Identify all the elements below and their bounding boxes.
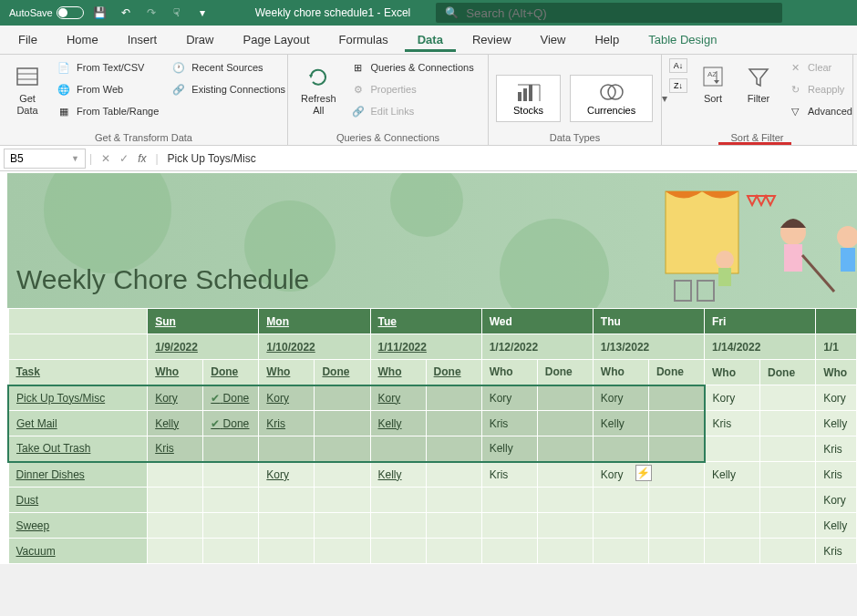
- who-cell[interactable]: [593, 539, 648, 564]
- done-cell[interactable]: [203, 513, 259, 539]
- who-cell[interactable]: Kory: [148, 385, 203, 411]
- done-cell[interactable]: [648, 513, 704, 539]
- day-mon[interactable]: Mon: [259, 309, 370, 334]
- done-header[interactable]: Done: [426, 360, 481, 385]
- fx-icon[interactable]: fx: [138, 152, 146, 165]
- done-cell[interactable]: [315, 462, 370, 488]
- who-cell[interactable]: Kory: [593, 385, 648, 411]
- recent-sources-button[interactable]: 🕐Recent Sources: [168, 58, 289, 77]
- done-cell[interactable]: [315, 488, 370, 513]
- done-cell[interactable]: [426, 411, 481, 436]
- who-cell[interactable]: [370, 436, 426, 462]
- existing-connections-button[interactable]: 🔗Existing Connections: [168, 80, 289, 98]
- search-input[interactable]: [466, 6, 773, 20]
- done-cell[interactable]: [648, 385, 704, 411]
- who-cell[interactable]: Kory: [370, 385, 426, 411]
- who-cell[interactable]: Kris: [816, 436, 857, 462]
- done-cell[interactable]: [203, 436, 259, 462]
- who-cell[interactable]: [593, 436, 648, 462]
- stocks-button[interactable]: Stocks: [496, 75, 561, 122]
- menu-review[interactable]: Review: [459, 27, 524, 52]
- done-cell[interactable]: [315, 411, 370, 436]
- done-cell[interactable]: [537, 462, 593, 488]
- touch-mode-icon[interactable]: ☟: [168, 4, 186, 22]
- who-header[interactable]: Who: [705, 360, 760, 385]
- sort-button[interactable]: AZ Sort: [693, 58, 733, 108]
- who-cell[interactable]: Kelly: [705, 462, 760, 488]
- date-cell[interactable]: 1/14/2022: [705, 334, 816, 360]
- day-sun[interactable]: Sun: [148, 309, 259, 334]
- done-header[interactable]: Done: [760, 360, 816, 385]
- menu-table-design[interactable]: Table Design: [635, 27, 729, 52]
- menu-file[interactable]: File: [5, 27, 50, 52]
- who-cell[interactable]: Kris: [816, 539, 857, 564]
- done-cell[interactable]: [760, 462, 816, 488]
- done-cell[interactable]: [203, 539, 259, 564]
- sort-az-button[interactable]: A↓: [669, 58, 687, 73]
- done-cell[interactable]: [760, 436, 816, 462]
- done-cell[interactable]: [648, 462, 704, 488]
- who-cell[interactable]: [259, 539, 315, 564]
- who-cell[interactable]: Kris: [481, 411, 537, 436]
- day-sat[interactable]: [816, 309, 857, 334]
- task-cell[interactable]: Vacuum: [8, 539, 148, 564]
- filter-button[interactable]: Filter: [738, 58, 779, 108]
- task-cell[interactable]: Take Out Trash: [8, 436, 148, 462]
- who-cell[interactable]: Kris: [816, 462, 857, 488]
- who-cell[interactable]: Kory: [816, 488, 857, 513]
- from-text-csv-button[interactable]: 📄From Text/CSV: [53, 58, 162, 77]
- accept-formula-icon[interactable]: ✓: [119, 152, 129, 165]
- search-box[interactable]: 🔍: [436, 3, 782, 23]
- who-cell[interactable]: [705, 513, 760, 539]
- done-cell[interactable]: [648, 488, 704, 513]
- done-cell[interactable]: [760, 513, 816, 539]
- done-cell[interactable]: [760, 385, 816, 411]
- name-box-dropdown-icon[interactable]: ▼: [71, 154, 79, 163]
- qat-dropdown-icon[interactable]: ▾: [193, 4, 212, 22]
- cancel-formula-icon[interactable]: ✕: [101, 152, 110, 165]
- who-cell[interactable]: Kory: [816, 385, 857, 411]
- who-cell[interactable]: [370, 513, 426, 539]
- done-cell[interactable]: [426, 436, 481, 462]
- name-box[interactable]: B5 ▼: [4, 149, 86, 169]
- who-cell[interactable]: [370, 539, 426, 564]
- done-cell[interactable]: [315, 539, 370, 564]
- who-cell[interactable]: Kelly: [816, 513, 857, 539]
- who-cell[interactable]: Kelly: [370, 411, 426, 436]
- date-cell[interactable]: 1/11/2022: [370, 334, 481, 360]
- done-cell[interactable]: [426, 385, 481, 411]
- who-cell[interactable]: [705, 436, 760, 462]
- done-header[interactable]: Done: [315, 360, 370, 385]
- done-cell[interactable]: [648, 411, 704, 436]
- done-cell[interactable]: [648, 539, 704, 564]
- date-cell[interactable]: 1/10/2022: [259, 334, 370, 360]
- who-header[interactable]: Who: [148, 360, 203, 385]
- save-icon[interactable]: 💾: [91, 4, 109, 22]
- who-cell[interactable]: Kory⚡: [593, 462, 648, 488]
- menu-draw[interactable]: Draw: [173, 27, 226, 52]
- done-cell[interactable]: [760, 539, 816, 564]
- who-cell[interactable]: [259, 513, 315, 539]
- done-cell[interactable]: [315, 513, 370, 539]
- done-cell[interactable]: [315, 385, 370, 411]
- who-cell[interactable]: Kory: [259, 462, 315, 488]
- menu-data[interactable]: Data: [405, 27, 456, 52]
- done-cell[interactable]: [760, 488, 816, 513]
- quick-analysis-icon[interactable]: ⚡: [635, 465, 652, 481]
- done-cell[interactable]: [760, 411, 816, 436]
- day-tue[interactable]: Tue: [370, 309, 481, 334]
- currencies-button[interactable]: Currencies: [570, 75, 653, 122]
- done-cell[interactable]: [426, 539, 481, 564]
- date-cell[interactable]: 1/12/2022: [481, 334, 593, 360]
- autosave-toggle[interactable]: AutoSave: [9, 6, 84, 19]
- from-web-button[interactable]: 🌐From Web: [53, 80, 162, 98]
- formula-input[interactable]: Pick Up Toys/Misc: [159, 152, 857, 165]
- queries-connections-button[interactable]: ⊞Queries & Connections: [347, 58, 478, 77]
- who-cell[interactable]: Kris: [148, 436, 203, 462]
- date-cell[interactable]: 1/9/2022: [148, 334, 259, 360]
- who-cell[interactable]: [593, 488, 648, 513]
- who-cell[interactable]: [593, 513, 648, 539]
- who-cell[interactable]: Kory: [481, 385, 537, 411]
- done-cell[interactable]: [537, 385, 593, 411]
- day-fri[interactable]: Fri: [705, 309, 816, 334]
